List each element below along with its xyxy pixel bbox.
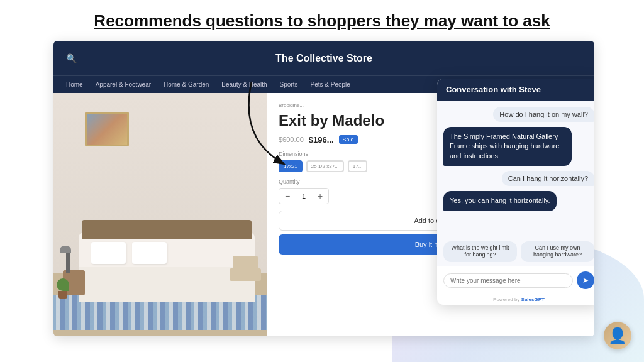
bed-pillow-right bbox=[132, 242, 167, 264]
chat-input-row: ➤ bbox=[437, 266, 594, 294]
dimension-17x21[interactable]: 17x21 bbox=[279, 160, 303, 172]
price-old: $600.00 bbox=[279, 136, 304, 143]
nav-home[interactable]: Home bbox=[66, 81, 83, 88]
chat-header: Conversation with Steve bbox=[437, 79, 594, 101]
chat-input[interactable] bbox=[443, 273, 573, 288]
suggested-q-hardware[interactable]: Can I use my own hanging hardware? bbox=[521, 241, 594, 262]
bedroom-bed bbox=[79, 233, 255, 302]
lamp-pole bbox=[66, 251, 70, 273]
chair-seat bbox=[230, 268, 261, 281]
quantity-value: 1 bbox=[296, 192, 312, 200]
send-icon: ➤ bbox=[582, 276, 589, 285]
search-icon[interactable]: 🔍 bbox=[66, 53, 77, 63]
store-header: 🔍 The Collective Store bbox=[53, 41, 594, 75]
nav-beauty[interactable]: Beauty & Health bbox=[221, 81, 267, 88]
chat-msg-4: Yes, you can hang it horizontally. bbox=[443, 191, 557, 211]
avatar-bubble[interactable]: 👤 bbox=[604, 322, 631, 349]
page-title: Recommends questions to shoppers they ma… bbox=[94, 11, 550, 31]
powered-by-text: Powered by bbox=[493, 297, 521, 302]
avatar-face: 👤 bbox=[608, 327, 627, 344]
lamp-shade bbox=[60, 246, 71, 253]
bed-pillow-left bbox=[91, 242, 126, 264]
wall-art-inner bbox=[87, 114, 127, 145]
nav-home-garden[interactable]: Home & Garden bbox=[164, 81, 209, 88]
chat-msg-3: Can I hang it horizontally? bbox=[502, 171, 594, 186]
plant-pot bbox=[58, 291, 67, 299]
bedroom-image bbox=[53, 93, 267, 336]
chat-send-button[interactable]: ➤ bbox=[577, 272, 594, 289]
quantity-decrease-button[interactable]: − bbox=[279, 189, 296, 204]
nav-pets[interactable]: Pets & People bbox=[311, 81, 350, 88]
bed-blanket bbox=[79, 267, 255, 302]
nav-sports[interactable]: Sports bbox=[280, 81, 298, 88]
powered-by-label: Powered by SalesGPT bbox=[437, 294, 594, 305]
product-image-area bbox=[53, 93, 267, 336]
chat-msg-2: The Simply Framed Natural Gallery Frame … bbox=[443, 127, 572, 166]
quantity-control: − 1 + bbox=[279, 188, 329, 204]
price-new: $196... bbox=[309, 135, 334, 145]
plant bbox=[57, 278, 69, 299]
plant-leaves bbox=[57, 278, 69, 291]
store-title: The Collective Store bbox=[275, 53, 372, 64]
dimension-25x37[interactable]: 25 1/2 x37... bbox=[306, 160, 344, 172]
dimension-other[interactable]: 17... bbox=[348, 160, 368, 172]
chair bbox=[230, 256, 261, 293]
store-window: 🔍 The Collective Store Home Apparel & Fo… bbox=[53, 41, 594, 336]
wall-art bbox=[85, 112, 129, 146]
sale-badge: Sale bbox=[339, 135, 358, 144]
chat-messages: How do I hang it on my wall? The Simply … bbox=[437, 101, 594, 238]
nav-apparel[interactable]: Apparel & Footwear bbox=[96, 81, 151, 88]
chat-panel: Conversation with Steve How do I hang it… bbox=[437, 79, 594, 305]
chat-msg-1: How do I hang it on my wall? bbox=[493, 107, 594, 122]
bed-headboard bbox=[82, 220, 252, 239]
suggested-questions: What is the weight limit for hanging? Ca… bbox=[437, 238, 594, 266]
quantity-increase-button[interactable]: + bbox=[312, 189, 328, 204]
salesgpt-brand: SalesGPT bbox=[521, 297, 545, 302]
suggested-q-weight[interactable]: What is the weight limit for hanging? bbox=[443, 241, 517, 262]
